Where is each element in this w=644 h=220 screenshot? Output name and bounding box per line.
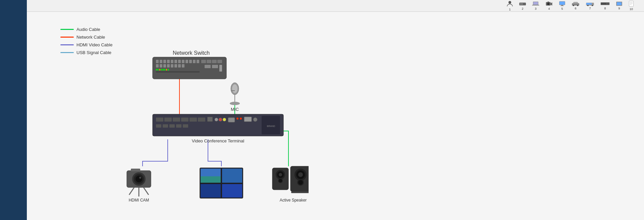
svg-rect-53 — [160, 64, 162, 68]
svg-rect-82 — [190, 118, 197, 122]
svg-text:Active Speaker: Active Speaker — [280, 198, 307, 203]
svg-rect-97 — [183, 124, 188, 128]
svg-text:BRAND: BRAND — [267, 125, 275, 127]
svg-line-115 — [144, 187, 149, 195]
svg-rect-22 — [590, 3, 592, 5]
svg-rect-71 — [163, 69, 164, 71]
svg-rect-95 — [169, 124, 175, 128]
svg-rect-27 — [602, 3, 603, 5]
svg-rect-124 — [201, 176, 221, 183]
svg-rect-55 — [167, 64, 170, 68]
svg-rect-45 — [174, 60, 177, 63]
svg-rect-66 — [219, 65, 222, 72]
svg-rect-47 — [182, 60, 184, 63]
svg-rect-113 — [131, 169, 140, 171]
svg-rect-63 — [217, 60, 222, 63]
svg-rect-3 — [521, 3, 522, 4]
svg-point-111 — [136, 176, 142, 182]
thumb-7[interactable]: 7 — [586, 1, 594, 10]
svg-rect-48 — [185, 60, 188, 63]
svg-rect-89 — [236, 118, 238, 120]
svg-rect-93 — [156, 124, 161, 128]
svg-rect-41 — [160, 60, 162, 63]
svg-rect-33 — [617, 2, 622, 5]
svg-rect-50 — [193, 60, 196, 63]
svg-rect-14 — [559, 2, 565, 5]
svg-text:HDMI CAM: HDMI CAM — [129, 198, 149, 203]
thumb-1[interactable]: 1 — [506, 0, 513, 11]
svg-rect-61 — [207, 60, 211, 63]
svg-rect-122 — [222, 184, 242, 197]
svg-rect-60 — [201, 60, 206, 63]
svg-rect-42 — [163, 60, 166, 63]
svg-rect-31 — [608, 3, 609, 5]
svg-rect-72 — [164, 69, 165, 71]
svg-rect-79 — [164, 118, 172, 122]
svg-rect-26 — [601, 3, 602, 5]
svg-rect-54 — [163, 64, 166, 68]
svg-rect-88 — [228, 118, 235, 122]
svg-rect-68 — [158, 69, 159, 71]
svg-rect-75 — [156, 71, 200, 73]
svg-rect-7 — [532, 5, 539, 6]
svg-rect-34 — [629, 1, 633, 6]
svg-rect-44 — [171, 60, 173, 63]
svg-rect-57 — [174, 64, 177, 68]
svg-marker-11 — [551, 2, 552, 5]
svg-point-85 — [215, 118, 218, 121]
svg-rect-140 — [291, 191, 309, 193]
svg-rect-91 — [244, 117, 252, 122]
svg-rect-59 — [182, 64, 184, 68]
svg-rect-78 — [156, 118, 163, 122]
thumb-6[interactable]: 6 — [572, 1, 580, 10]
svg-point-105 — [232, 84, 237, 93]
svg-rect-21 — [586, 3, 590, 5]
svg-rect-96 — [176, 124, 181, 128]
svg-rect-64 — [205, 65, 211, 68]
svg-rect-49 — [189, 60, 192, 63]
svg-rect-46 — [178, 60, 181, 63]
thumb-9[interactable]: 9 — [616, 1, 623, 10]
svg-rect-65 — [212, 65, 218, 68]
svg-rect-70 — [161, 69, 162, 71]
svg-text:MIC: MIC — [231, 107, 239, 112]
diagram: Network Switch — [54, 20, 309, 218]
svg-rect-62 — [212, 60, 217, 63]
svg-rect-74 — [168, 69, 169, 71]
svg-rect-12 — [547, 2, 549, 2]
svg-rect-81 — [181, 118, 189, 122]
svg-rect-51 — [197, 60, 199, 63]
svg-rect-84 — [207, 117, 213, 122]
svg-rect-121 — [201, 184, 221, 197]
svg-line-114 — [129, 187, 134, 195]
svg-point-131 — [279, 173, 282, 176]
svg-rect-90 — [240, 118, 242, 120]
thumb-3[interactable]: 3 — [532, 1, 539, 10]
svg-point-133 — [279, 179, 282, 182]
svg-rect-6 — [533, 2, 538, 5]
svg-rect-2 — [520, 3, 521, 4]
svg-rect-4 — [522, 3, 523, 4]
svg-point-139 — [298, 180, 303, 185]
svg-rect-29 — [605, 3, 606, 5]
svg-point-102 — [230, 102, 240, 105]
thumbnail-bar: 1 2 3 4 5 — [27, 0, 644, 12]
svg-point-0 — [508, 1, 511, 4]
svg-point-10 — [547, 3, 549, 5]
svg-rect-16 — [560, 6, 564, 6]
svg-rect-67 — [156, 69, 157, 71]
thumb-4[interactable]: 4 — [545, 1, 553, 10]
svg-rect-58 — [178, 64, 181, 68]
svg-rect-69 — [159, 69, 160, 71]
thumb-5[interactable]: 5 — [559, 1, 566, 10]
svg-text:Video Conference Terminal: Video Conference Terminal — [192, 138, 244, 143]
thumb-2[interactable]: 2 — [519, 1, 526, 10]
thumb-8[interactable]: 8 — [600, 1, 610, 10]
svg-text:Network Switch: Network Switch — [173, 50, 210, 56]
svg-rect-125 — [222, 169, 242, 183]
thumb-10[interactable]: 10 — [629, 1, 634, 11]
svg-rect-56 — [171, 64, 173, 68]
svg-rect-43 — [167, 60, 170, 63]
svg-point-87 — [223, 118, 226, 121]
svg-point-92 — [253, 118, 257, 122]
